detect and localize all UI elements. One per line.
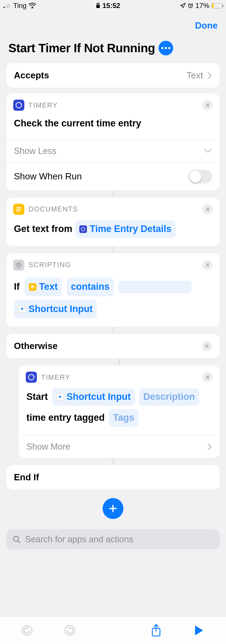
search-input[interactable]: Search for apps and actions [6, 529, 220, 549]
condition-contains-token[interactable]: contains [67, 278, 114, 296]
done-button[interactable]: Done [195, 20, 218, 31]
remove-action-button[interactable] [202, 204, 213, 215]
empty-slot[interactable] [119, 281, 192, 293]
toolbar-spacer [99, 622, 127, 639]
svg-point-8 [81, 227, 85, 231]
svg-line-20 [18, 541, 20, 543]
text-variable-token[interactable]: Text [25, 278, 62, 296]
remove-action-button[interactable] [202, 260, 213, 270]
svg-rect-0 [3, 7, 5, 8]
show-more-label: Show More [26, 442, 70, 452]
svg-line-17 [21, 263, 21, 263]
chevron-right-icon [207, 72, 212, 79]
wifi-icon [29, 3, 36, 8]
end-if-block[interactable]: End If [6, 465, 220, 490]
show-when-run-switch[interactable] [188, 170, 212, 184]
shortcut-input-token[interactable]: ✦ Shortcut Input [52, 388, 135, 406]
show-when-run-row[interactable]: Show When Run [6, 162, 220, 191]
show-more-row[interactable]: Show More [19, 435, 220, 458]
carrier-text: Ting [13, 2, 26, 10]
documents-mini-icon [29, 283, 37, 291]
svg-line-15 [21, 266, 21, 267]
svg-rect-3 [9, 3, 10, 8]
share-button[interactable] [142, 622, 170, 639]
svg-rect-1 [5, 6, 6, 8]
run-button[interactable] [185, 622, 213, 639]
token-label: Time Entry Details [90, 222, 171, 236]
timery-mini-icon [79, 225, 87, 233]
location-icon [180, 3, 186, 8]
connector-line [119, 358, 120, 365]
signal-icon [3, 3, 11, 8]
lock-icon [96, 3, 100, 8]
tags-placeholder-token[interactable]: Tags [109, 409, 138, 427]
documents-get-text-action[interactable]: DOCUMENTS Get text from Time Entry Detai… [6, 197, 220, 246]
token-label: Shortcut Input [29, 301, 92, 317]
start-label: Start [26, 390, 48, 404]
chevron-right-icon [207, 443, 212, 451]
more-options-button[interactable] [159, 41, 173, 55]
svg-rect-5 [96, 5, 100, 8]
timery-app-icon [26, 372, 37, 383]
alarm-icon [188, 3, 193, 8]
remove-action-button[interactable] [202, 341, 212, 351]
svg-point-9 [17, 264, 20, 266]
timery-app-name: TIMERY [41, 373, 70, 381]
search-placeholder: Search for apps and actions [25, 534, 133, 544]
scripting-app-name: SCRIPTING [29, 261, 71, 269]
status-bar: Ting 15:52 17% [0, 0, 226, 11]
connector-line [113, 191, 113, 197]
accepts-value: Text [186, 70, 203, 81]
show-less-label: Show Less [14, 146, 56, 156]
timery-app-icon [13, 100, 24, 111]
connector-line [113, 327, 113, 334]
accepts-label: Accepts [14, 70, 49, 81]
svg-line-14 [17, 263, 17, 263]
connector-line [113, 458, 113, 465]
show-less-row[interactable]: Show Less [6, 139, 220, 162]
bottom-toolbar [0, 616, 226, 644]
svg-line-16 [17, 266, 17, 267]
scripting-if-action[interactable]: SCRIPTING If Text contains ✦ Shortcut In… [6, 253, 220, 327]
action-title: Check the current time entry [14, 116, 141, 131]
shortcut-mini-icon: ✦ [56, 393, 64, 401]
shortcut-input-token[interactable]: ✦ Shortcut Input [14, 300, 97, 319]
tagged-text: time entry tagged [26, 411, 105, 425]
token-label: Text [39, 279, 58, 295]
redo-button[interactable] [56, 622, 84, 639]
battery-text: 17% [195, 2, 209, 10]
description-placeholder-token[interactable]: Description [139, 388, 199, 406]
documents-app-icon [13, 204, 24, 215]
add-action-button[interactable] [103, 498, 123, 519]
otherwise-block[interactable]: Otherwise [6, 334, 220, 358]
clock-text: 15:52 [102, 2, 120, 10]
shortcut-mini-icon: ✦ [18, 305, 26, 313]
otherwise-label: Otherwise [14, 341, 58, 351]
end-if-label: End If [14, 472, 39, 483]
chevron-down-icon [204, 148, 212, 153]
scripting-app-icon [13, 259, 24, 271]
documents-app-name: DOCUMENTS [29, 205, 78, 213]
page-title: Start Timer If Not Running [8, 41, 155, 55]
timery-app-name: TIMERY [29, 101, 58, 109]
remove-action-button[interactable] [202, 372, 213, 382]
accepts-card[interactable]: Accepts Text [6, 63, 220, 88]
if-keyword: If [14, 279, 20, 295]
svg-point-4 [32, 7, 33, 8]
undo-button[interactable] [13, 622, 41, 639]
time-entry-details-token[interactable]: Time Entry Details [75, 220, 176, 238]
connector-line [113, 246, 113, 253]
search-icon [13, 535, 21, 544]
timery-start-action[interactable]: TIMERY Start ✦ Shortcut Input Descriptio… [19, 365, 220, 458]
remove-action-button[interactable] [202, 100, 213, 110]
token-label: Shortcut Input [67, 390, 131, 404]
battery-icon [211, 3, 223, 8]
get-text-prefix: Get text from [14, 222, 72, 236]
svg-rect-2 [7, 5, 8, 8]
show-when-run-label: Show When Run [14, 171, 82, 182]
timery-check-action[interactable]: TIMERY Check the current time entry Show… [6, 93, 220, 191]
